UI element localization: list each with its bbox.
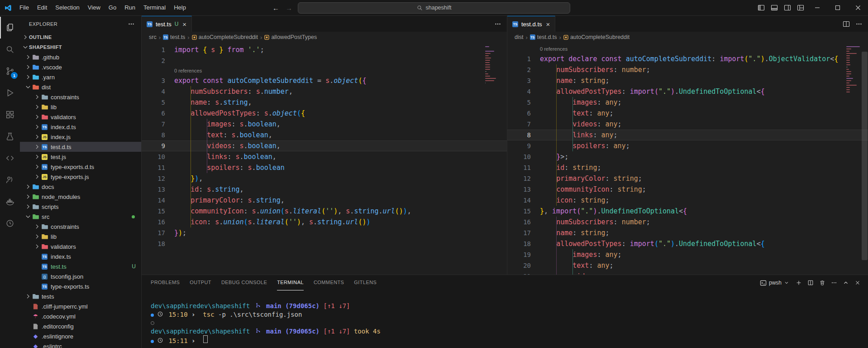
menu-go[interactable]: Go bbox=[105, 0, 120, 15]
tree-item-lib[interactable]: lib bbox=[20, 102, 141, 112]
code-line[interactable]: 13 id: s.string, bbox=[142, 184, 507, 195]
tree-item-type-exports.ts[interactable]: TStype-exports.ts bbox=[20, 281, 141, 291]
code-line[interactable]: 10 }>; bbox=[507, 151, 868, 162]
code-line[interactable]: 17}); bbox=[142, 227, 507, 238]
code-line[interactable]: 18 allowedPostTypes: import(".").Undefin… bbox=[507, 238, 868, 249]
tree-item-constraints[interactable]: constraints bbox=[20, 222, 141, 232]
tab-test-d-ts[interactable]: TS test.d.ts × bbox=[507, 16, 555, 32]
code-line[interactable]: 11 id: string; bbox=[507, 162, 868, 173]
tree-item-node-modules[interactable]: node_modules bbox=[20, 192, 141, 202]
code-line[interactable]: 2 bbox=[142, 55, 507, 66]
code-line[interactable]: 8 text: s.boolean, bbox=[142, 130, 507, 140]
panel-tab-debug-console[interactable]: DEBUG CONSOLE bbox=[221, 275, 267, 290]
close-panel-icon[interactable] bbox=[853, 278, 863, 288]
gitlens-icon[interactable] bbox=[0, 213, 20, 234]
code-line[interactable]: 10 links: s.boolean, bbox=[142, 151, 507, 162]
tree-item-tests[interactable]: tests bbox=[20, 291, 141, 301]
tree-item-index.d.ts[interactable]: TSindex.d.ts bbox=[20, 122, 141, 132]
tree-item-scripts[interactable]: scripts bbox=[20, 202, 141, 212]
terminal-line[interactable] bbox=[151, 319, 868, 327]
back-button[interactable]: ← bbox=[272, 4, 279, 12]
toggle-panel-icon[interactable] bbox=[768, 0, 781, 15]
tree-item-test.js[interactable]: JStest.js bbox=[20, 152, 141, 162]
codelens-references[interactable]: 0 references bbox=[507, 44, 868, 53]
minimap[interactable] bbox=[485, 46, 500, 86]
code-line[interactable]: 14 icon: string; bbox=[507, 195, 868, 206]
code-line[interactable]: 17 name: string; bbox=[507, 227, 868, 238]
tree-item-type-exports.d.ts[interactable]: TStype-exports.d.ts bbox=[20, 162, 141, 172]
tree-item-.vscode[interactable]: .vscode bbox=[20, 62, 141, 72]
menu-view[interactable]: View bbox=[84, 0, 105, 15]
panel-more-actions-icon[interactable] bbox=[829, 278, 839, 288]
tree-item-index.ts[interactable]: TSindex.ts bbox=[20, 251, 141, 261]
minimap[interactable] bbox=[846, 46, 861, 92]
toggle-secondary-sidebar-icon[interactable] bbox=[781, 0, 794, 15]
tree-item-.yarn[interactable]: .yarn bbox=[20, 72, 141, 82]
tree-item-.editorconfig[interactable]: .editorconfig bbox=[20, 321, 141, 331]
tree-item-tsconfig.json[interactable]: {}tsconfig.json bbox=[20, 271, 141, 281]
tree-item-.eslintrc[interactable]: ◆.eslintrc bbox=[20, 341, 141, 348]
new-terminal-icon[interactable] bbox=[794, 278, 804, 288]
split-terminal-icon[interactable] bbox=[806, 278, 816, 288]
more-actions-icon[interactable] bbox=[494, 20, 501, 28]
code-line[interactable]: 15 communityIcon: s.union(s.literal(''),… bbox=[142, 206, 507, 217]
tree-item-.eslintignore[interactable]: ◆.eslintignore bbox=[20, 331, 141, 341]
tree-item-validators[interactable]: validators bbox=[20, 112, 141, 122]
scrollbar-slider[interactable] bbox=[862, 52, 868, 260]
code-line[interactable]: 6 allowedPostTypes: s.object({ bbox=[142, 108, 507, 119]
close-tab-icon[interactable]: × bbox=[546, 20, 550, 28]
codelens-references[interactable]: 0 references bbox=[142, 66, 507, 75]
search-icon[interactable] bbox=[0, 39, 20, 60]
code-line[interactable]: 16 numSubscribers: number; bbox=[507, 217, 868, 227]
editor-viewport[interactable]: 1import { s } from '.';20 references3exp… bbox=[142, 43, 507, 275]
terminal-profile-select[interactable]: pwsh bbox=[760, 280, 789, 286]
code-line[interactable]: 19 images: any; bbox=[507, 249, 868, 260]
code-line[interactable]: 9 videos: s.boolean, bbox=[142, 140, 507, 151]
tree-item-docs[interactable]: docs bbox=[20, 182, 141, 192]
terminal-line[interactable]: 15:11 › bbox=[151, 335, 868, 344]
code-line[interactable]: 7 videos: any; bbox=[507, 119, 868, 130]
tree-item-src[interactable]: src bbox=[20, 212, 141, 222]
toggle-primary-sidebar-icon[interactable] bbox=[754, 0, 768, 15]
close-window-button[interactable] bbox=[848, 0, 868, 15]
tree-item-test.d.ts[interactable]: TStest.d.ts bbox=[20, 142, 141, 152]
tree-item-index.js[interactable]: JSindex.js bbox=[20, 132, 141, 142]
tree-item-test.ts[interactable]: TStest.tsU bbox=[20, 261, 141, 271]
explorer-more-actions-icon[interactable] bbox=[128, 20, 135, 28]
more-actions-icon[interactable] bbox=[855, 20, 863, 28]
code-line[interactable]: 12 primaryColor: string; bbox=[507, 173, 868, 184]
docker-icon[interactable] bbox=[0, 191, 20, 213]
code-line[interactable]: 21 videos: any; bbox=[507, 271, 868, 275]
code-line[interactable]: 5 images: any; bbox=[507, 97, 868, 108]
code-line[interactable]: 2 numSubscribers: number; bbox=[507, 64, 868, 75]
code-line[interactable]: 20 text: any; bbox=[507, 260, 868, 271]
split-editor-icon[interactable] bbox=[843, 20, 850, 28]
terminal[interactable]: dev\sapphiredev\shapeshift main (79d065c… bbox=[142, 290, 868, 348]
tab-test-ts[interactable]: TS test.ts U × bbox=[142, 16, 192, 32]
code-line[interactable]: 8 links: any; bbox=[507, 130, 868, 140]
forward-button[interactable]: → bbox=[286, 4, 292, 12]
panel-tab-gitlens[interactable]: GITLENS bbox=[354, 275, 377, 290]
testing-icon[interactable] bbox=[0, 126, 20, 147]
kill-terminal-icon[interactable] bbox=[817, 278, 827, 288]
code-line[interactable]: 4 allowedPostTypes: import(".").Undefine… bbox=[507, 86, 868, 97]
code-line[interactable]: 1export declare const autoCompleteSubred… bbox=[507, 53, 868, 64]
tree-item-constraints[interactable]: constraints bbox=[20, 92, 141, 102]
breadcrumb-item[interactable]: src bbox=[149, 34, 157, 40]
extensions-icon[interactable] bbox=[0, 104, 20, 126]
terminal-line[interactable]: dev\sapphiredev\shapeshift main (79d065c… bbox=[151, 327, 868, 336]
code-line[interactable]: 7 images: s.boolean, bbox=[142, 119, 507, 130]
outline-section-header[interactable]: OUTLINE bbox=[20, 32, 141, 42]
panel-tab-output[interactable]: OUTPUT bbox=[190, 275, 211, 290]
menu-edit[interactable]: Edit bbox=[33, 0, 51, 15]
menu-help[interactable]: Help bbox=[170, 0, 190, 15]
code-line[interactable]: 11 spoilers: s.boolean bbox=[142, 162, 507, 173]
code-line[interactable]: 4 numSubscribers: s.number, bbox=[142, 86, 507, 97]
code-line[interactable]: 1import { s } from '.'; bbox=[142, 44, 507, 55]
run-and-debug-icon[interactable] bbox=[0, 82, 20, 104]
breadcrumb-item[interactable]: allowedPostTypes bbox=[264, 34, 317, 40]
maximize-panel-icon[interactable] bbox=[841, 278, 851, 288]
tree-item-.cliff-jumperrc.yml[interactable]: .cliff-jumperrc.yml bbox=[20, 301, 141, 311]
menu-terminal[interactable]: Terminal bbox=[139, 0, 170, 15]
minimize-button[interactable] bbox=[807, 0, 827, 15]
